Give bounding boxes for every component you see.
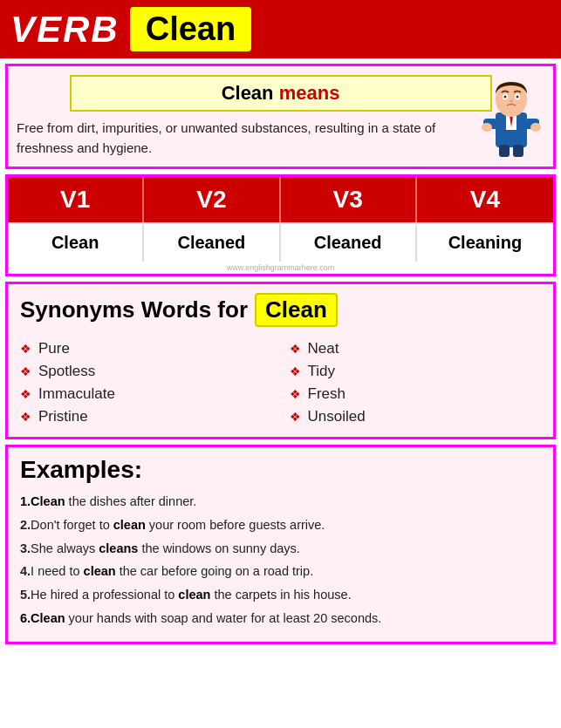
v3-header: V3	[281, 177, 417, 222]
diamond-icon: ❖	[20, 410, 31, 424]
verb-label: VERB	[10, 9, 120, 51]
synonyms-title: Synonyms Words for Clean	[20, 293, 541, 327]
header-word: Clean	[130, 7, 251, 51]
example-3: 3.She always cleans the windows on sunny…	[20, 540, 541, 559]
means-title-box: Clean means	[70, 75, 492, 112]
v2-header: V2	[144, 177, 280, 222]
v1-value: Clean	[8, 222, 144, 262]
synonym-neat: ❖ Neat	[290, 337, 542, 360]
v4-value: Cleaning	[417, 222, 553, 262]
synonyms-title-prefix: Synonyms Words for	[20, 296, 248, 323]
means-title-suffix: means	[274, 82, 340, 104]
svg-point-8	[510, 100, 513, 103]
synonym-pure: ❖ Pure	[20, 337, 272, 360]
synonyms-highlight-word: Clean	[255, 293, 338, 327]
verb-forms-header: V1 V2 V3 V4	[8, 177, 553, 222]
verb-forms-body: Clean Cleaned Cleaned Cleaning	[8, 222, 553, 262]
means-title-word: Clean	[222, 82, 274, 104]
synonym-spotless: ❖ Spotless	[20, 360, 272, 383]
examples-title: Examples:	[20, 456, 541, 484]
v1-header: V1	[8, 177, 144, 222]
diamond-icon: ❖	[20, 364, 31, 378]
svg-point-13	[482, 123, 492, 132]
diamond-icon: ❖	[20, 387, 31, 401]
means-section: Clean means	[5, 64, 556, 169]
diamond-icon: ❖	[290, 410, 301, 424]
synonym-tidy: ❖ Tidy	[290, 360, 542, 383]
v3-value: Cleaned	[281, 222, 417, 262]
examples-section: Examples: 1.Clean the dishes after dinne…	[5, 445, 556, 644]
means-description: Free from dirt, impurities, or unwanted …	[17, 119, 466, 158]
synonyms-right-col: ❖ Neat ❖ Tidy ❖ Fresh ❖ Unsoiled	[290, 337, 542, 428]
character-image	[476, 73, 546, 152]
diamond-icon: ❖	[290, 387, 301, 401]
svg-point-7	[517, 96, 519, 99]
diamond-icon: ❖	[20, 342, 31, 356]
diamond-icon: ❖	[290, 364, 301, 378]
synonyms-grid: ❖ Pure ❖ Spotless ❖ Immaculate ❖ Pristin…	[20, 337, 541, 428]
svg-point-14	[530, 123, 541, 132]
synonym-unsoiled: ❖ Unsoiled	[290, 405, 542, 428]
svg-rect-15	[499, 145, 510, 157]
header: VERB Clean	[0, 0, 561, 58]
svg-rect-16	[513, 145, 523, 157]
synonyms-section: Synonyms Words for Clean ❖ Pure ❖ Spotle…	[5, 282, 556, 439]
synonym-immaculate: ❖ Immaculate	[20, 383, 272, 405]
verb-forms-section: V1 V2 V3 V4 Clean Cleaned Cleaned Cleani…	[5, 174, 556, 276]
synonym-fresh: ❖ Fresh	[290, 383, 542, 405]
example-1: 1.Clean the dishes after dinner.	[20, 493, 541, 512]
svg-point-6	[504, 96, 507, 99]
example-5: 5.He hired a professional to clean the c…	[20, 586, 541, 605]
diamond-icon: ❖	[290, 342, 301, 356]
synonyms-left-col: ❖ Pure ❖ Spotless ❖ Immaculate ❖ Pristin…	[20, 337, 272, 428]
v2-value: Cleaned	[144, 222, 280, 262]
example-2: 2.Don't forget to clean your room before…	[20, 516, 541, 535]
v4-header: V4	[417, 177, 553, 222]
example-4: 4.I need to clean the car before going o…	[20, 562, 541, 582]
watermark: www.englishgrammarhere.com	[8, 262, 553, 274]
example-6: 6.Clean your hands with soap and water f…	[20, 609, 541, 629]
synonym-pristine: ❖ Pristine	[20, 405, 272, 428]
